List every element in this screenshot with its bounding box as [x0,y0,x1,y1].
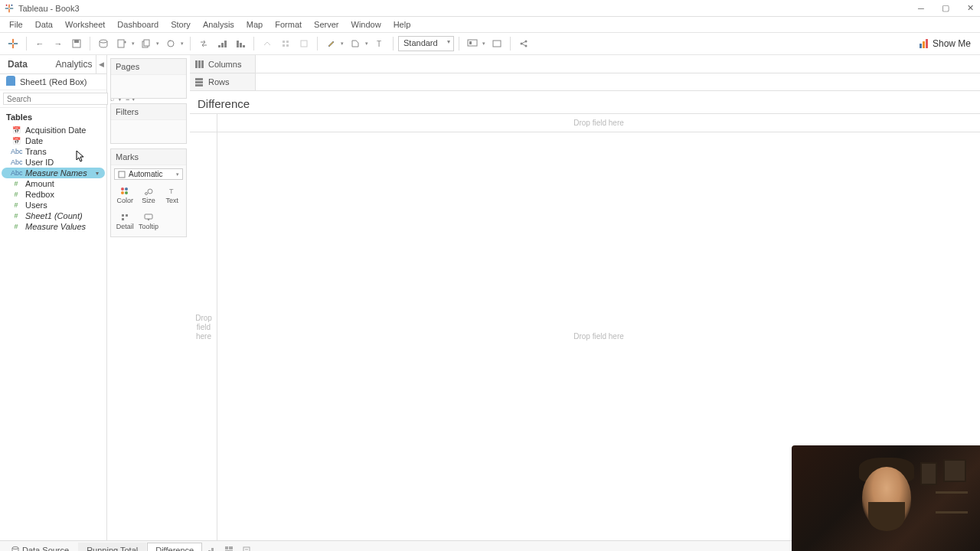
field-dropdown-icon[interactable]: ▾ [96,170,102,177]
field-users[interactable]: #Users [2,200,105,210]
sort-asc-button[interactable] [214,35,230,52]
label-dropdown[interactable]: ▾ [364,41,370,47]
clear-button[interactable] [162,35,179,52]
svg-rect-1 [8,8,10,12]
sheet-tab-running-total[interactable]: Running Total [78,543,146,552]
menu-server[interactable]: Server [308,18,345,31]
mark-detail-button[interactable]: Detail [114,209,136,233]
svg-rect-2 [5,8,9,9]
sheet-tab-difference[interactable]: Difference [147,543,202,552]
field-trans[interactable]: AbcTrans [2,146,105,157]
undo-button[interactable]: ← [31,35,48,52]
menu-dashboard[interactable]: Dashboard [111,18,165,31]
redo-button[interactable]: → [50,35,67,52]
color-icon [120,186,129,197]
menu-data[interactable]: Data [29,18,59,31]
size-icon [144,186,153,197]
dimension-icon: Abc [11,148,21,155]
field-measure-values[interactable]: #Measure Values [2,221,105,232]
automatic-mark-icon [118,171,126,178]
presentation-button[interactable] [464,35,481,52]
tableau-logo-icon[interactable] [5,35,21,52]
share-button[interactable] [515,35,532,52]
tab-data[interactable]: Data [0,55,48,73]
mark-color-button[interactable]: Color [114,183,136,207]
menu-help[interactable]: Help [387,18,417,31]
svg-rect-53 [126,214,128,217]
maximize-button[interactable]: ▢ [940,3,951,14]
cards-button[interactable] [488,35,505,52]
show-me-button[interactable]: Show Me [914,38,975,49]
svg-rect-11 [14,43,18,44]
svg-rect-44 [119,171,125,178]
svg-rect-41 [920,44,922,48]
mark-button[interactable] [296,35,312,52]
mark-text-button[interactable]: TText [161,183,183,207]
svg-rect-10 [8,43,12,44]
sheet-title[interactable]: Difference [190,91,980,113]
new-worksheet-tab-button[interactable] [203,543,220,552]
mark-size-button[interactable]: Size [138,183,160,207]
field-user-id[interactable]: AbcUser ID [2,157,105,168]
presentation-dropdown[interactable]: ▾ [481,41,487,47]
new-datasource-button[interactable] [95,35,112,52]
sort-desc-button[interactable] [232,35,249,52]
clear-dropdown[interactable]: ▾ [179,41,185,47]
minimize-button[interactable]: ─ [916,3,926,14]
swap-button[interactable] [195,35,212,52]
marks-type-selector[interactable]: Automatic ▾ [114,168,183,180]
search-input[interactable] [3,93,108,105]
menu-story[interactable]: Story [165,18,197,31]
menu-format[interactable]: Format [269,18,308,31]
rows-icon [194,77,204,86]
text-button[interactable]: T [371,35,388,52]
field-amount[interactable]: #Amount [2,178,105,189]
svg-point-47 [121,191,124,194]
webcam-overlay [792,445,980,551]
highlight-button[interactable] [322,35,339,52]
mark-tooltip-button[interactable]: Tooltip [138,209,160,233]
field-redbox[interactable]: #Redbox [2,189,105,200]
new-worksheet-dropdown[interactable]: ▾ [130,41,136,47]
save-button[interactable] [68,35,85,52]
duplicate-dropdown[interactable]: ▾ [155,41,161,47]
menu-map[interactable]: Map [240,18,269,31]
fit-selector[interactable]: Standard [398,36,454,51]
svg-point-14 [100,40,107,43]
menu-worksheet[interactable]: Worksheet [59,18,111,31]
svg-text:T: T [169,187,174,195]
pages-card[interactable]: Pages [110,58,187,99]
group-button[interactable] [259,35,276,52]
toolbar: ← → ▾ ▾ ▾ ▾ ▾ T Standard ▾ Show Me [0,32,980,55]
duplicate-button[interactable] [138,35,155,52]
label-button[interactable] [347,35,364,52]
columns-shelf-label: Columns [190,55,256,73]
menu-analysis[interactable]: Analysis [197,18,240,31]
svg-rect-52 [122,214,124,217]
svg-rect-33 [468,40,477,46]
new-story-tab-button[interactable] [238,543,255,552]
svg-rect-61 [195,84,203,86]
field-sheet1-count-[interactable]: #Sheet1 (Count) [2,210,105,221]
tab-data-source[interactable]: Data Source [3,543,77,552]
close-button[interactable]: ✕ [965,3,975,14]
field-acquisition-date[interactable]: 📅Acquisition Date [2,125,105,135]
data-pane: Data Analytics ◀ Sheet1 (Red Box) ⌕ ▼ ≡ … [0,55,107,540]
menu-window[interactable]: Window [345,18,387,31]
svg-rect-0 [8,4,10,8]
totals-button[interactable] [277,35,294,52]
svg-rect-5 [6,4,7,5]
new-worksheet-button[interactable] [113,35,130,52]
tab-analytics[interactable]: Analytics [48,55,96,73]
svg-rect-57 [198,60,201,68]
highlight-dropdown[interactable]: ▾ [339,41,345,47]
menu-file[interactable]: File [3,18,29,31]
field-measure-names[interactable]: AbcMeasure Names▾ [2,168,105,178]
collapse-pane-icon[interactable]: ◀ [96,55,106,73]
dimension-icon: Abc [11,158,21,166]
datasource-row[interactable]: Sheet1 (Red Box) [0,74,106,90]
tooltip-icon [144,212,153,223]
filters-card[interactable]: Filters [110,103,187,144]
field-date[interactable]: 📅Date [2,135,105,146]
new-dashboard-tab-button[interactable] [220,543,237,552]
